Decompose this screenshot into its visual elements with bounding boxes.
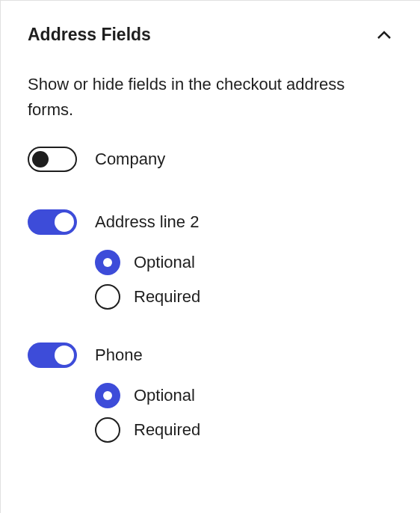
field-row-phone: Phone bbox=[28, 342, 393, 368]
chevron-up-icon[interactable] bbox=[375, 26, 393, 44]
radio-label-optional: Optional bbox=[134, 253, 195, 272]
toggle-knob bbox=[32, 151, 49, 168]
toggle-knob bbox=[55, 345, 74, 365]
panel-header[interactable]: Address Fields bbox=[28, 25, 393, 45]
radio-label-optional: Optional bbox=[134, 386, 195, 405]
radio-button-unchecked bbox=[95, 417, 120, 443]
radio-label-required: Required bbox=[134, 420, 200, 440]
toggle-company[interactable] bbox=[28, 147, 77, 172]
radio-button-checked bbox=[95, 250, 120, 275]
radio-phone-required[interactable]: Required bbox=[95, 417, 393, 443]
field-address2: Address line 2 Optional Required bbox=[28, 209, 393, 310]
field-company: Company bbox=[28, 147, 393, 172]
radio-button-unchecked bbox=[95, 284, 120, 310]
radio-button-checked bbox=[95, 383, 120, 408]
field-row-company: Company bbox=[28, 147, 393, 172]
panel-title: Address Fields bbox=[28, 25, 151, 45]
radio-group-address2: Optional Required bbox=[95, 250, 393, 310]
radio-address2-optional[interactable]: Optional bbox=[95, 250, 393, 275]
panel-description: Show or hide fields in the checkout addr… bbox=[28, 72, 393, 123]
field-phone: Phone Optional Required bbox=[28, 342, 393, 443]
radio-address2-required[interactable]: Required bbox=[95, 284, 393, 310]
toggle-knob bbox=[55, 212, 74, 232]
field-row-address2: Address line 2 bbox=[28, 209, 393, 235]
field-label-phone: Phone bbox=[95, 345, 143, 365]
toggle-address2[interactable] bbox=[28, 209, 77, 235]
field-label-company: Company bbox=[95, 150, 165, 169]
radio-group-phone: Optional Required bbox=[95, 383, 393, 443]
radio-label-required: Required bbox=[134, 287, 200, 307]
toggle-phone[interactable] bbox=[28, 342, 77, 368]
address-fields-panel: Address Fields Show or hide fields in th… bbox=[0, 0, 420, 513]
radio-phone-optional[interactable]: Optional bbox=[95, 383, 393, 408]
field-label-address2: Address line 2 bbox=[95, 212, 199, 232]
